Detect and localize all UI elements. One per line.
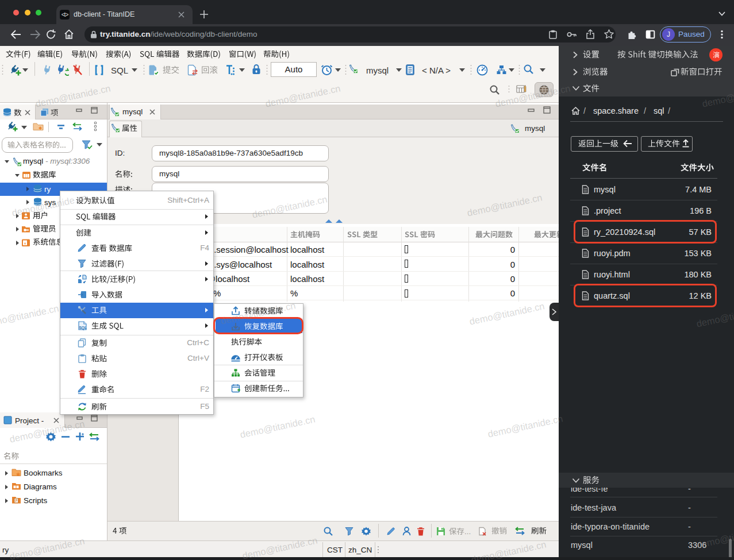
svg-text:SQL: SQL [79,326,87,330]
